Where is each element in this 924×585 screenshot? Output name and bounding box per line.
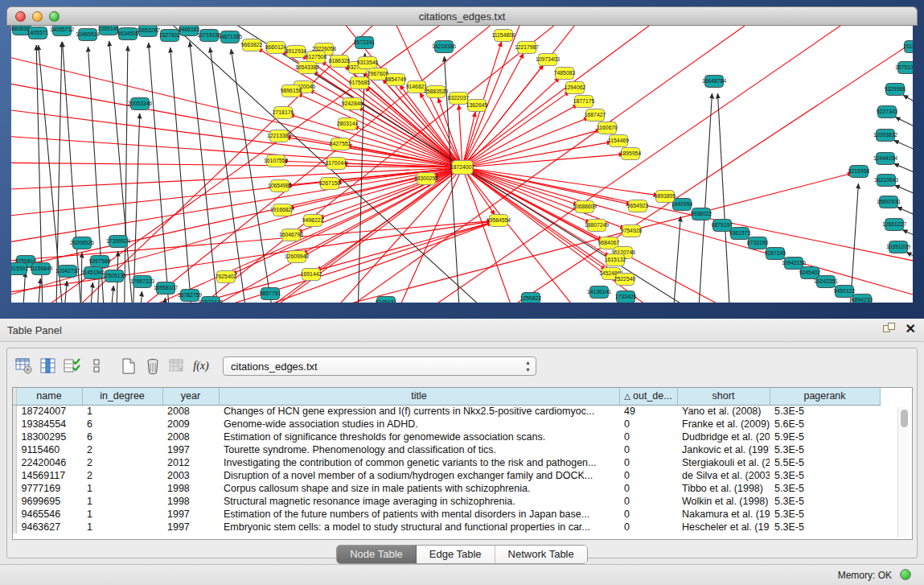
table-row[interactable]: 946362711997Embryonic stem cells: a mode… — [13, 521, 880, 534]
table-cell[interactable]: Hescheler et al. (1997) — [677, 521, 770, 534]
table-cell[interactable]: Franke et al. (2009) — [677, 418, 770, 431]
table-cell[interactable]: Genome-wide association studies in ADHD. — [219, 418, 619, 431]
transpose-button[interactable] — [84, 355, 109, 377]
table-cell[interactable]: 1 — [82, 482, 162, 495]
table-cell[interactable]: 6 — [82, 431, 162, 443]
table-cell[interactable]: 5.3E-5 — [770, 443, 880, 456]
table-cell[interactable]: 0 — [619, 456, 677, 469]
import-table-button[interactable] — [165, 355, 189, 377]
tab-node-table[interactable]: Node Table — [337, 546, 417, 563]
table-cell[interactable]: Stergiakouli et al. (2012) — [677, 456, 770, 469]
table-cell[interactable]: 0 — [619, 508, 677, 521]
table-cell[interactable]: 5.3E-5 — [770, 482, 880, 495]
table-cell[interactable]: 2008 — [162, 431, 219, 443]
table-cell[interactable]: Structural magnetic resonance image aver… — [219, 495, 619, 508]
network-view[interactable]: 8806584140557114055712104695142269146963… — [11, 26, 913, 303]
table-cell[interactable]: Embryonic stem cells: a model to study s… — [219, 521, 619, 534]
table-cell[interactable]: 5.3E-5 — [770, 469, 880, 482]
table-cell[interactable]: 2003 — [162, 469, 219, 482]
table-cell[interactable]: 5.3E-5 — [770, 405, 880, 418]
table-cell[interactable]: Estimation of significance thresholds fo… — [219, 431, 619, 443]
table-cell[interactable]: 9777169 — [16, 482, 82, 495]
node-table[interactable]: namein_degreeyeartitle△out_de...shortpag… — [12, 387, 913, 540]
table-cell[interactable]: Tourette syndrome. Phenomenology and cla… — [219, 443, 619, 456]
table-cell[interactable]: 2 — [82, 456, 162, 469]
table-cell[interactable]: 1998 — [162, 482, 219, 495]
column-header-in-degree[interactable]: in_degree — [82, 388, 162, 405]
table-cell[interactable]: 0 — [619, 469, 677, 482]
table-cell[interactable]: 1 — [82, 405, 162, 418]
table-cell[interactable]: Corpus callosum shape and size in male p… — [219, 482, 619, 495]
table-row[interactable]: 1456911722003Disruption of a novel membe… — [13, 469, 880, 482]
column-header-pagerank[interactable]: pagerank — [770, 388, 880, 405]
column-header-name[interactable]: name — [16, 388, 82, 405]
table-cell[interactable]: Estimation of the future numbers of pati… — [219, 508, 619, 521]
table-settings-button[interactable] — [12, 355, 36, 377]
table-cell[interactable]: Tibbo et al. (1998) — [677, 482, 770, 495]
close-panel-icon[interactable]: ✕ — [906, 323, 916, 336]
table-cell[interactable]: 1 — [82, 508, 162, 521]
table-cell[interactable]: Wolkin et al. (1998) — [677, 495, 770, 508]
table-cell[interactable]: 1 — [82, 521, 162, 534]
table-row[interactable]: 1872400712008Changes of HCN gene express… — [13, 405, 880, 418]
table-cell[interactable]: 0 — [619, 443, 677, 456]
table-row[interactable]: 1938455462009Genome-wide association stu… — [13, 418, 880, 431]
table-cell[interactable]: 2012 — [162, 456, 219, 469]
table-cell[interactable]: 9115460 — [16, 443, 82, 456]
combo-stepper-icon[interactable]: ▲▼ — [525, 359, 531, 373]
table-cell[interactable]: Disruption of a novel member of a sodium… — [219, 469, 619, 482]
table-cell[interactable]: Yano et al. (2008) — [677, 405, 770, 418]
table-row[interactable]: 911546021997Tourette syndrome. Phenomeno… — [13, 443, 880, 456]
table-cell[interactable]: 14569117 — [16, 469, 82, 482]
float-window-icon[interactable] — [883, 323, 896, 336]
table-cell[interactable]: 49 — [619, 405, 677, 418]
tab-edge-table[interactable]: Edge Table — [417, 546, 495, 563]
table-cell[interactable]: Nakamura et al. (1997) — [677, 508, 770, 521]
table-cell[interactable]: 18724007 — [16, 405, 82, 418]
table-cell[interactable]: 0 — [619, 431, 677, 443]
table-cell[interactable]: 2 — [82, 443, 162, 456]
tab-network-table[interactable]: Network Table — [495, 546, 587, 563]
table-row[interactable]: 1830029562008Estimation of significance … — [13, 431, 880, 443]
function-builder-button[interactable]: f(x) — [189, 355, 213, 377]
table-cell[interactable]: 2008 — [162, 405, 219, 418]
table-cell[interactable]: 18300295 — [16, 431, 82, 443]
table-cell[interactable]: 5.3E-5 — [770, 521, 880, 534]
network-canvas[interactable]: 8806584140557114055712104695142269146963… — [11, 26, 913, 303]
table-cell[interactable]: 22420046 — [16, 456, 82, 469]
table-cell[interactable]: 1997 — [162, 521, 219, 534]
select-mode-button[interactable] — [60, 355, 84, 377]
table-cell[interactable]: 0 — [619, 495, 677, 508]
table-cell[interactable]: 0 — [619, 418, 677, 431]
table-cell[interactable]: 2009 — [162, 418, 219, 431]
table-row[interactable]: 946554611997Estimation of the future num… — [13, 508, 880, 521]
table-cell[interactable]: 9699695 — [16, 495, 82, 508]
table-cell[interactable]: 1997 — [162, 443, 219, 456]
table-cell[interactable]: 9465546 — [16, 508, 82, 521]
table-cell[interactable]: 2 — [82, 469, 162, 482]
scrollbar-thumb[interactable] — [901, 410, 908, 427]
table-cell[interactable]: Jankovic et al. (1997) — [677, 443, 770, 456]
delete-table-button[interactable] — [141, 355, 165, 377]
column-header-title[interactable]: title — [219, 388, 619, 405]
table-cell[interactable]: Changes of HCN gene expression and I(f) … — [219, 405, 619, 418]
network-window-titlebar[interactable]: citations_edges.txt — [6, 6, 918, 26]
table-cell[interactable]: 5.3E-5 — [770, 508, 880, 521]
column-header-short[interactable]: short — [677, 388, 770, 405]
table-cell[interactable]: 0 — [619, 521, 677, 534]
show-columns-button[interactable] — [36, 355, 60, 377]
table-cell[interactable]: 5.5E-5 — [770, 456, 880, 469]
table-cell[interactable]: 1997 — [162, 508, 219, 521]
table-cell[interactable]: 5.3E-5 — [770, 495, 880, 508]
table-cell[interactable]: 9463627 — [16, 521, 82, 534]
column-header-out-de-[interactable]: △out_de... — [619, 388, 677, 405]
table-cell[interactable]: 6 — [82, 418, 162, 431]
table-row[interactable]: 2242004622012Investigating the contribut… — [13, 456, 880, 469]
table-row[interactable]: 969969511998Structural magnetic resonanc… — [13, 495, 880, 508]
table-cell[interactable]: 19384554 — [16, 418, 82, 431]
table-cell[interactable]: 1 — [82, 495, 162, 508]
table-cell[interactable]: Investigating the contribution of common… — [219, 456, 619, 469]
table-cell[interactable]: 5.9E-5 — [770, 431, 880, 443]
table-vertical-scrollbar[interactable] — [897, 407, 910, 538]
table-cell[interactable]: Dudbridge et al. (2008) — [677, 431, 770, 443]
